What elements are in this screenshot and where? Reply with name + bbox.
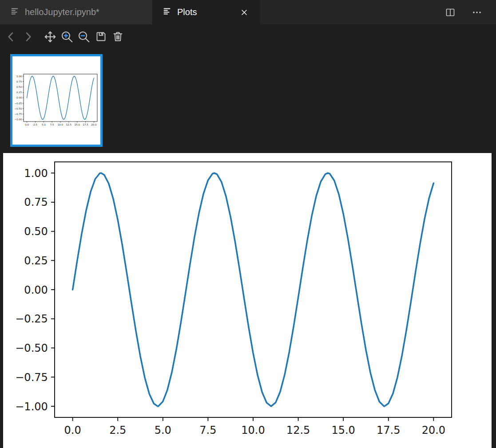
y-tick-label: −1.00 xyxy=(15,401,48,413)
more-actions-icon[interactable] xyxy=(470,6,484,19)
plot-viewer: 0.02.55.07.510.012.515.017.520.01.000.75… xyxy=(0,153,496,448)
notebook-icon xyxy=(162,7,172,18)
x-tick-label: 12.5 xyxy=(66,123,72,126)
x-tick-label: 2.5 xyxy=(33,123,37,126)
thumbnail-strip: 0.02.55.07.510.012.515.017.520.01.000.75… xyxy=(0,49,496,153)
x-tick-label: 0.0 xyxy=(25,123,29,126)
x-tick-label: 5.0 xyxy=(42,123,46,126)
tab-notebook[interactable]: helloJupyter.ipynb* xyxy=(0,0,152,24)
y-tick-label: 0.75 xyxy=(24,196,48,208)
y-tick-label: −1.00 xyxy=(14,118,22,121)
pan-icon[interactable] xyxy=(42,28,59,45)
x-tick-label: 15.0 xyxy=(75,123,80,126)
y-tick-label: 0.25 xyxy=(24,255,48,267)
zoom-out-icon[interactable] xyxy=(75,28,92,45)
y-tick-label: −0.75 xyxy=(15,371,48,384)
chevron-left-icon[interactable] xyxy=(3,28,20,45)
x-tick-label: 20.0 xyxy=(422,424,445,436)
sine-curve xyxy=(27,76,94,120)
y-tick-label: 0.00 xyxy=(16,96,22,99)
tab-notebook-label: helloJupyter.ipynb* xyxy=(25,7,99,17)
x-tick-label: 7.5 xyxy=(199,424,216,436)
x-tick-label: 7.5 xyxy=(50,123,54,126)
y-tick-label: −0.50 xyxy=(15,342,48,354)
split-editor-icon[interactable] xyxy=(444,6,457,19)
y-tick-label: 0.00 xyxy=(24,284,48,296)
x-tick-label: 0.0 xyxy=(64,424,81,436)
x-tick-label: 17.5 xyxy=(377,424,400,436)
y-tick-label: 1.00 xyxy=(16,75,22,78)
y-tick-label: 0.75 xyxy=(16,80,22,83)
close-icon[interactable] xyxy=(238,7,250,18)
zoom-in-icon[interactable] xyxy=(59,28,75,45)
x-tick-label: 20.0 xyxy=(91,123,97,126)
y-tick-label: −0.50 xyxy=(14,107,22,110)
main-figure-svg: 0.02.55.07.510.012.515.017.520.01.000.75… xyxy=(3,153,492,448)
y-tick-label: 1.00 xyxy=(24,167,48,180)
x-tick-label: 15.0 xyxy=(331,424,355,436)
plot-thumbnail[interactable]: 0.02.55.07.510.012.515.017.520.01.000.75… xyxy=(10,54,103,147)
tab-plots[interactable]: Plots xyxy=(152,0,260,24)
y-tick-label: −0.25 xyxy=(14,102,22,105)
y-tick-label: 0.50 xyxy=(24,225,48,238)
plot-toolbar xyxy=(0,24,496,49)
x-tick-label: 5.0 xyxy=(155,424,171,436)
main-figure: 0.02.55.07.510.012.515.017.520.01.000.75… xyxy=(3,153,492,448)
x-tick-label: 2.5 xyxy=(109,424,126,436)
thumbnail-figure-svg: 0.02.55.07.510.012.515.017.520.01.000.75… xyxy=(12,72,100,126)
editor-actions xyxy=(444,0,496,24)
x-tick-label: 12.5 xyxy=(286,424,310,436)
y-tick-label: 0.25 xyxy=(16,91,22,94)
thumbnail-figure: 0.02.55.07.510.012.515.017.520.01.000.75… xyxy=(12,72,100,126)
y-tick-label: 0.50 xyxy=(16,86,22,88)
x-tick-label: 10.0 xyxy=(241,424,265,436)
trash-icon[interactable] xyxy=(109,28,126,45)
x-tick-label: 17.5 xyxy=(83,123,88,126)
save-icon[interactable] xyxy=(92,28,109,45)
notebook-icon xyxy=(10,7,20,18)
sine-curve xyxy=(73,173,434,406)
tab-bar: helloJupyter.ipynb* Plots xyxy=(0,0,496,24)
tab-plots-label: Plots xyxy=(177,7,197,17)
y-tick-label: −0.75 xyxy=(14,113,22,115)
x-tick-label: 10.0 xyxy=(58,123,63,126)
chevron-right-icon[interactable] xyxy=(20,28,36,45)
y-tick-label: −0.25 xyxy=(15,313,48,325)
